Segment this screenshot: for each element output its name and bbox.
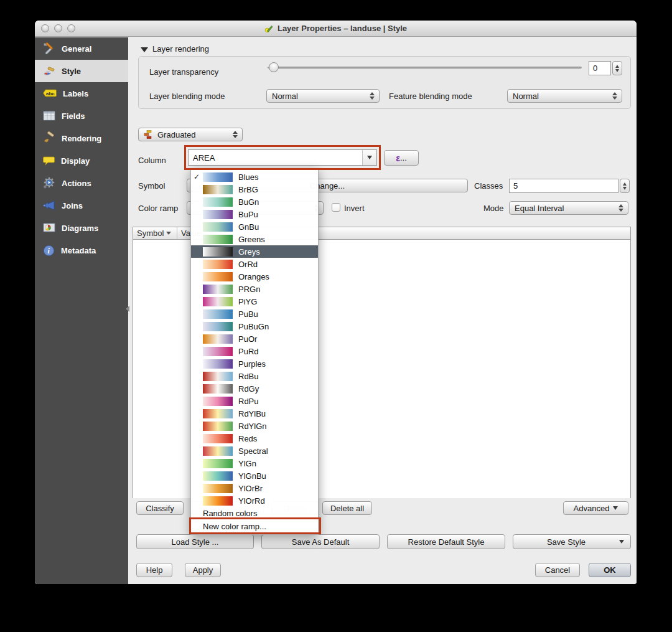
delete-all-button[interactable]: Delete all — [322, 501, 372, 515]
ramp-option-rdpu[interactable]: RdPu — [191, 395, 318, 407]
ramp-option-blues[interactable]: ✓Blues — [191, 171, 318, 183]
ramp-option-label: PiYG — [238, 297, 257, 306]
layer-properties-window: Layer Properties – landuse | Style Gener… — [35, 21, 637, 584]
ramp-option-piyg[interactable]: PiYG — [191, 295, 318, 308]
ramp-option-oranges[interactable]: Oranges — [191, 270, 318, 283]
ramp-option-label: Blues — [238, 172, 259, 182]
step-up-icon — [615, 65, 619, 68]
ramp-option-pubu[interactable]: PuBu — [191, 308, 318, 320]
ramp-option-bugn[interactable]: BuGn — [191, 196, 318, 208]
classes-field[interactable]: 5 — [509, 179, 618, 193]
help-button[interactable]: Help — [136, 563, 172, 577]
expression-dots: ... — [400, 153, 407, 163]
window-title: Layer Properties – landuse | Style — [278, 24, 407, 33]
advanced-label: Advanced — [574, 504, 610, 513]
apply-button[interactable]: Apply — [185, 563, 221, 577]
ramp-option-label: Purples — [238, 359, 266, 369]
ramp-swatch — [203, 197, 233, 207]
cancel-button[interactable]: Cancel — [535, 563, 580, 577]
sidebar-item-rendering[interactable]: Rendering — [35, 127, 128, 149]
sidebar-item-joins[interactable]: Joins — [35, 194, 128, 217]
color-ramp-label: Color ramp — [138, 204, 178, 213]
feature-blending-combo[interactable]: Normal — [507, 89, 622, 103]
ramp-option-ylorrd[interactable]: YlOrRd — [191, 494, 318, 507]
minimize-window-button[interactable] — [54, 24, 62, 32]
ramp-option-ylgnbu[interactable]: YlGnBu — [191, 469, 318, 482]
ramp-option-label: RdYlBu — [238, 409, 266, 418]
mode-combo[interactable]: Equal Interval — [509, 201, 628, 215]
ramp-option-ylgn[interactable]: YlGn — [191, 457, 318, 469]
symbol-column-header[interactable]: Symbol — [133, 227, 177, 239]
ramp-option-rdgy[interactable]: RdGy — [191, 382, 318, 395]
diagrams-icon — [42, 222, 56, 234]
slider-track[interactable] — [268, 67, 582, 68]
classes-stepper[interactable] — [620, 179, 630, 193]
ramp-option-puor[interactable]: PuOr — [191, 333, 318, 345]
transparency-stepper[interactable] — [612, 61, 622, 75]
ramp-option-bupu[interactable]: BuPu — [191, 208, 318, 220]
ramp-option-purples[interactable]: Purples — [191, 357, 318, 370]
ramp-option-label: BuPu — [238, 210, 258, 219]
new-color-ramp-option[interactable]: New color ramp... — [191, 519, 318, 533]
step-up-icon — [623, 182, 627, 186]
expression-builder-button[interactable]: ε... — [384, 150, 419, 166]
ramp-option-rdylgn[interactable]: RdYlGn — [191, 420, 318, 432]
column-combo[interactable]: AREA — [188, 149, 377, 166]
mode-label: Mode — [483, 204, 504, 213]
title-bar[interactable]: Layer Properties – landuse | Style — [35, 21, 637, 37]
sidebar-item-general[interactable]: General — [35, 37, 128, 60]
sidebar-item-metadata[interactable]: i Metadata — [35, 239, 128, 262]
ramp-option-label: RdBu — [238, 372, 259, 381]
sidebar-item-display[interactable]: Display — [35, 149, 128, 172]
classify-button[interactable]: Classify — [136, 501, 184, 515]
layer-blending-combo[interactable]: Normal — [266, 89, 380, 103]
ramp-option-reds[interactable]: Reds — [191, 432, 318, 445]
ramp-option-label: BrBG — [238, 185, 258, 194]
ramp-option-label: PuRd — [238, 347, 259, 356]
renderer-combo[interactable]: Graduated — [138, 128, 243, 141]
layer-rendering-header[interactable]: Layer rendering — [141, 44, 209, 54]
load-style-button[interactable]: Load Style ... — [136, 534, 254, 549]
ramp-swatch — [203, 309, 233, 319]
sidebar-item-fields[interactable]: Fields — [35, 105, 128, 127]
ramp-option-label: PRGn — [238, 285, 260, 294]
advanced-button[interactable]: Advanced — [563, 501, 628, 515]
sidebar-item-label: Diagrams — [62, 224, 98, 233]
transparency-value-field[interactable]: 0 — [589, 61, 611, 75]
ramp-option-greens[interactable]: Greens — [191, 233, 318, 245]
step-down-icon — [615, 69, 619, 72]
ramp-option-spectral[interactable]: Spectral — [191, 445, 318, 457]
slider-thumb[interactable] — [269, 62, 279, 72]
ramp-option-rdbu[interactable]: RdBu — [191, 370, 318, 382]
save-style-button[interactable]: Save Style — [513, 534, 631, 549]
ramp-option-brbg[interactable]: BrBG — [191, 183, 318, 196]
sidebar-item-diagrams[interactable]: Diagrams — [35, 217, 128, 239]
combo-arrow-button[interactable] — [362, 150, 376, 165]
ramp-option-purd[interactable]: PuRd — [191, 345, 318, 357]
ramp-option-prgn[interactable]: PRGn — [191, 283, 318, 295]
ramp-swatch — [203, 235, 233, 244]
chevron-down-icon — [619, 540, 624, 544]
ramp-option-rdylbu[interactable]: RdYlBu — [191, 407, 318, 420]
save-as-default-button[interactable]: Save As Default — [261, 534, 380, 549]
chevron-down-icon — [367, 156, 372, 159]
ramp-option-gnbu[interactable]: GnBu — [191, 220, 318, 233]
sidebar-item-labels[interactable]: abc Labels — [35, 82, 128, 105]
random-colors-option[interactable]: Random colors — [191, 507, 318, 519]
ramp-option-pubugn[interactable]: PuBuGn — [191, 320, 318, 333]
ramp-option-greys[interactable]: Greys — [191, 245, 318, 258]
ramp-option-orrd[interactable]: OrRd — [191, 258, 318, 270]
sidebar-item-actions[interactable]: Actions — [35, 172, 128, 194]
ramp-swatch — [203, 409, 233, 418]
restore-default-style-button[interactable]: Restore Default Style — [387, 534, 505, 549]
ramp-swatch — [203, 422, 233, 431]
zoom-window-button[interactable] — [67, 24, 75, 32]
splitter-handle[interactable] — [126, 306, 129, 312]
sidebar-item-style[interactable]: Style — [35, 60, 128, 82]
sidebar-item-label: Metadata — [61, 246, 96, 255]
close-window-button[interactable] — [41, 24, 49, 32]
ramp-option-ylorbr[interactable]: YlOrBr — [191, 482, 318, 494]
layer-transparency-slider[interactable] — [268, 62, 582, 73]
invert-checkbox[interactable] — [332, 203, 340, 212]
ok-button[interactable]: OK — [589, 563, 631, 577]
